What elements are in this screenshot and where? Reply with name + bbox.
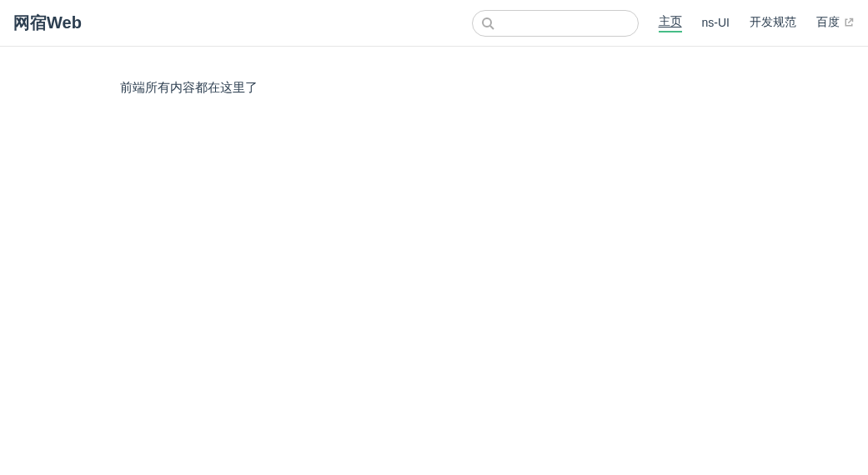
nav-item-home[interactable]: 主页: [659, 14, 682, 32]
nav-item-baidu[interactable]: 百度: [816, 15, 855, 32]
nav: 主页 ns-UI 开发规范 百度: [659, 14, 855, 32]
main-content: 前端所有内容都在这里了: [0, 47, 868, 96]
nav-item-ns-ui[interactable]: ns-UI: [702, 16, 730, 31]
nav-item-label: 百度: [816, 15, 840, 30]
search-input[interactable]: [499, 17, 645, 30]
search-icon: [481, 17, 494, 30]
nav-item-label: 主页: [659, 14, 682, 29]
brand-title: 网宿Web: [13, 12, 82, 34]
header-right: 主页 ns-UI 开发规范 百度: [472, 10, 855, 37]
header: 网宿Web 主页 ns-UI 开发规范 百度: [0, 0, 868, 47]
svg-point-0: [483, 18, 491, 27]
search-box[interactable]: [472, 10, 639, 37]
external-link-icon: [843, 17, 855, 28]
intro-text: 前端所有内容都在这里了: [120, 80, 868, 96]
nav-item-label: ns-UI: [702, 16, 730, 29]
nav-item-dev-spec[interactable]: 开发规范: [750, 15, 796, 32]
svg-line-1: [490, 26, 494, 29]
nav-item-label: 开发规范: [750, 15, 796, 30]
